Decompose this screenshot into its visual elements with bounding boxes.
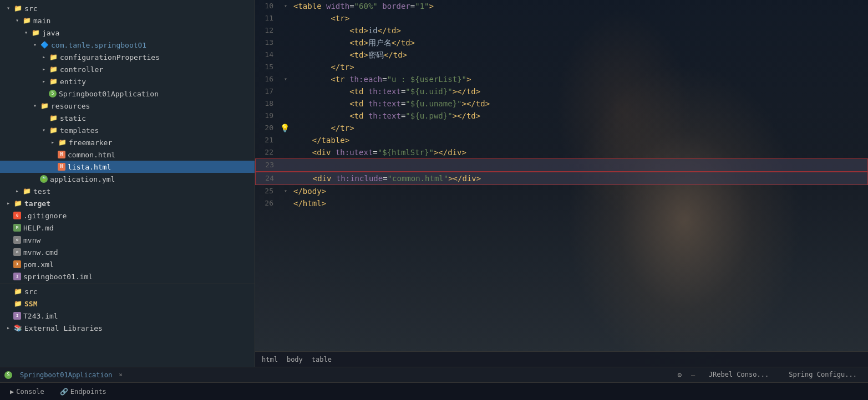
code-line-15: 15 </tr> — [255, 61, 868, 73]
folder-icon-test: 📁 — [22, 187, 31, 196]
code-line-21: 21 </table> — [255, 134, 868, 146]
sidebar-item-static[interactable]: 📁 static — [0, 112, 255, 124]
folder-icon-controller: 📁 — [49, 65, 58, 74]
sh-file-icon-mvnw: ⚙ — [13, 236, 21, 244]
section-divider — [0, 284, 255, 284]
code-line-10: 10 ▾ <table width="60%" border="1"> — [255, 0, 868, 12]
code-line-24: 24 <div th:include="common.html"></div> — [255, 172, 868, 185]
html-file-icon-lista: H — [58, 163, 65, 171]
run-bar: S Springboot01Application × ⚙ − JRebel C… — [0, 367, 868, 382]
code-editor[interactable]: 10 ▾ <table width="60%" border="1"> 11 <… — [255, 0, 868, 351]
sidebar-item-package[interactable]: 🔷 com.tanle.springboot01 — [0, 39, 255, 51]
sidebar-item-mvnw[interactable]: ⚙ mvnw — [0, 234, 255, 246]
editor-area: 10 ▾ <table width="60%" border="1"> 11 <… — [255, 0, 868, 367]
sidebar-item-target[interactable]: 📁 target — [0, 197, 255, 209]
folder-icon-ext-libs: 📚 — [13, 324, 22, 332]
jrebel-console-label[interactable]: JRebel Conso... — [702, 371, 775, 380]
folder-icon-ssm: 📁 — [13, 299, 22, 308]
xml-file-icon-pom: X — [13, 260, 21, 268]
code-line-23: 23 — [255, 158, 868, 172]
arrow-resources — [31, 102, 39, 110]
sidebar-item-help-md[interactable]: M HELP.md — [0, 222, 255, 234]
sidebar-item-java[interactable]: 📁 java — [0, 27, 255, 39]
code-line-13: 13 <td>用户名</td> — [255, 37, 868, 49]
code-line-18: 18 <td th:text="${u.uname}"></td> — [255, 98, 868, 110]
minimize-icon[interactable]: − — [691, 371, 695, 380]
bulb-icon[interactable]: 💡 — [280, 122, 290, 134]
folder-icon-static: 📁 — [49, 114, 58, 122]
sidebar-item-resources[interactable]: 📁 resources — [0, 100, 255, 112]
sidebar-item-springapp[interactable]: S Springboot01Application — [0, 88, 255, 100]
iml-file-icon-t243: I — [13, 312, 21, 320]
sidebar-item-application-yml[interactable]: 🍃 application.yml — [0, 173, 255, 185]
arrow-templates — [40, 126, 48, 134]
sidebar-item-gitignore[interactable]: G .gitignore — [0, 209, 255, 222]
arrow-controller — [40, 65, 48, 73]
sidebar-item-templates[interactable]: 📁 templates — [0, 124, 255, 136]
sidebar-item-config-props[interactable]: 📁 configurationProperties — [0, 51, 255, 63]
package-icon: 🔷 — [40, 40, 49, 49]
sidebar-item-lista-html[interactable]: H lista.html — [0, 161, 255, 173]
run-close-button[interactable]: × — [115, 371, 126, 379]
console-label: Console — [16, 388, 44, 396]
spring-config-label[interactable]: Spring Configu... — [782, 371, 864, 380]
sidebar-item-ssm[interactable]: 📁 SSM — [0, 298, 255, 310]
folder-icon-entity: 📁 — [49, 77, 58, 86]
endpoints-icon: 🔗 — [60, 388, 68, 396]
code-line-11: 11 <tr> — [255, 12, 868, 24]
console-tab[interactable]: ▶ Console — [4, 386, 50, 398]
arrow-target — [4, 199, 12, 207]
arrow-ext-libs — [4, 324, 12, 332]
main-container: 📁 src 📁 main 📁 java 🔷 com.tanle.springbo… — [0, 0, 868, 367]
html-file-icon-common: H — [58, 151, 65, 158]
code-line-19: 19 <td th:text="${u.pwd}"></td> — [255, 110, 868, 122]
sh-file-icon-mvnw-cmd: ⚙ — [13, 248, 21, 256]
arrow-entity — [40, 78, 48, 85]
sidebar-item-entity[interactable]: 📁 entity — [0, 75, 255, 88]
bottom-toolbar: ▶ Console 🔗 Endpoints — [0, 382, 868, 400]
spring-icon: S — [49, 90, 57, 98]
sidebar-item-controller[interactable]: 📁 controller — [0, 63, 255, 75]
sidebar-item-main[interactable]: 📁 main — [0, 14, 255, 27]
code-line-12: 12 <td>id</td> — [255, 24, 868, 37]
sidebar-item-mvnw-cmd[interactable]: ⚙ mvnw.cmd — [0, 246, 255, 258]
sidebar-item-pom-xml[interactable]: X pom.xml — [0, 258, 255, 270]
status-tag-table: table — [312, 356, 332, 363]
folder-icon-config-props: 📁 — [49, 53, 58, 61]
editor-status-bar: html body table — [255, 351, 868, 367]
arrow-src — [4, 4, 12, 12]
arrow-test — [13, 187, 21, 195]
arrow-java — [22, 29, 30, 37]
sidebar-item-iml[interactable]: I springboot01.iml — [0, 270, 255, 283]
editor-content: 10 ▾ <table width="60%" border="1"> 11 <… — [255, 0, 868, 367]
settings-gear-icon[interactable]: ⚙ — [675, 371, 684, 380]
folder-icon-resources: 📁 — [40, 101, 49, 110]
code-line-25: 25 ▾ </body> — [255, 185, 868, 197]
folder-icon-src2: 📁 — [13, 287, 22, 296]
folder-icon-main: 📁 — [22, 16, 31, 25]
code-line-22: 22 <div th:utext="${htmlStr}"></div> — [255, 146, 868, 158]
sidebar-item-src2[interactable]: 📁 src — [0, 285, 255, 298]
console-icon: ▶ — [10, 388, 14, 396]
sidebar-item-ext-libs[interactable]: 📚 External Libraries — [0, 322, 255, 334]
folder-icon-freemarker: 📁 — [58, 138, 67, 147]
arrow-package — [31, 41, 39, 49]
folder-icon-src: 📁 — [13, 4, 22, 13]
run-spring-icon: S — [4, 371, 12, 379]
code-line-26: 26 </html> — [255, 197, 868, 209]
endpoints-label: Endpoints — [70, 388, 106, 396]
sidebar-item-freemarker[interactable]: 📁 freemarker — [0, 136, 255, 148]
sidebar-item-common-html[interactable]: H common.html — [0, 148, 255, 161]
code-line-17: 17 <td th:text="${u.uid}"></td> — [255, 85, 868, 98]
endpoints-tab[interactable]: 🔗 Endpoints — [54, 386, 112, 398]
file-tree: 📁 src 📁 main 📁 java 🔷 com.tanle.springbo… — [0, 0, 255, 367]
run-app-label: Springboot01Application — [20, 371, 112, 379]
sidebar-item-src[interactable]: 📁 src — [0, 2, 255, 14]
code-line-20: 20 💡 </tr> — [255, 122, 868, 134]
folder-icon-target: 📁 — [13, 199, 22, 208]
status-tag-html: html — [262, 356, 278, 363]
md-file-icon: M — [13, 224, 21, 232]
arrow-config-props — [40, 53, 48, 61]
sidebar-item-t243-iml[interactable]: I T243.iml — [0, 310, 255, 322]
sidebar-item-test[interactable]: 📁 test — [0, 185, 255, 197]
